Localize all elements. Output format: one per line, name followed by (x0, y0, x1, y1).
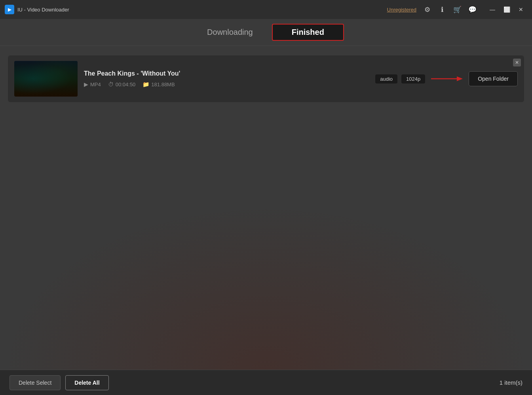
bottom-left: Delete Select Delete All (10, 375, 109, 390)
minimize-button[interactable]: — (486, 3, 499, 16)
size-meta: 📁 181.88MB (142, 81, 175, 87)
audio-badge: audio (375, 74, 397, 84)
tab-bar: Downloading Finished (0, 19, 532, 46)
card-meta: ▶ MP4 ⏱ 00:04:50 📁 181.88MB (84, 81, 369, 87)
tab-downloading[interactable]: Downloading (188, 25, 272, 40)
format-value: MP4 (90, 82, 101, 87)
resolution-badge: 1024p (401, 74, 425, 84)
title-bar-right: Unregistered ⚙ ℹ 🛒 💬 — ⬜ ✕ (387, 3, 527, 16)
app-title: IU - Video Downloader (17, 7, 69, 13)
maximize-button[interactable]: ⬜ (500, 3, 513, 16)
format-icon: ▶ (84, 81, 88, 87)
title-bar-left: ▶ IU - Video Downloader (5, 5, 69, 14)
download-card: "WITHOUT YOU"THE PEACH KINGS The Peach K… (8, 55, 524, 102)
arrow-annotation-container (429, 73, 465, 85)
main-content: "WITHOUT YOU"THE PEACH KINGS The Peach K… (0, 46, 532, 370)
card-title: The Peach Kings - 'Without You' (84, 70, 369, 77)
size-value: 181.88MB (151, 82, 175, 87)
folder-icon: 📁 (142, 81, 149, 87)
bottom-bar: Delete Select Delete All 1 item(s) (0, 370, 532, 395)
arrow-annotation (429, 73, 465, 85)
svg-marker-1 (457, 76, 463, 81)
app-icon: ▶ (5, 5, 14, 14)
card-info: The Peach Kings - 'Without You' ▶ MP4 ⏱ … (84, 70, 369, 87)
info-icon[interactable]: ℹ (438, 5, 446, 14)
delete-all-button[interactable]: Delete All (65, 375, 108, 390)
chat-icon[interactable]: 💬 (468, 5, 477, 14)
unregistered-link[interactable]: Unregistered (387, 7, 416, 13)
title-bar: ▶ IU - Video Downloader Unregistered ⚙ ℹ… (0, 0, 532, 19)
close-card-button[interactable]: ✕ (513, 59, 521, 66)
window-controls: — ⬜ ✕ (486, 3, 527, 16)
cart-icon[interactable]: 🛒 (453, 5, 462, 14)
duration-meta: ⏱ 00:04:50 (108, 81, 136, 87)
format-meta: ▶ MP4 (84, 81, 101, 87)
clock-icon: ⏱ (108, 81, 114, 87)
tab-finished[interactable]: Finished (272, 24, 344, 41)
card-badges: audio 1024p Open Folder (375, 71, 518, 86)
video-thumbnail: "WITHOUT YOU"THE PEACH KINGS (14, 61, 78, 97)
delete-select-button[interactable]: Delete Select (10, 375, 61, 390)
item-count: 1 item(s) (500, 379, 522, 386)
duration-value: 00:04:50 (116, 82, 136, 87)
settings-icon[interactable]: ⚙ (423, 5, 431, 14)
open-folder-button[interactable]: Open Folder (469, 71, 518, 86)
close-button[interactable]: ✕ (515, 3, 527, 16)
